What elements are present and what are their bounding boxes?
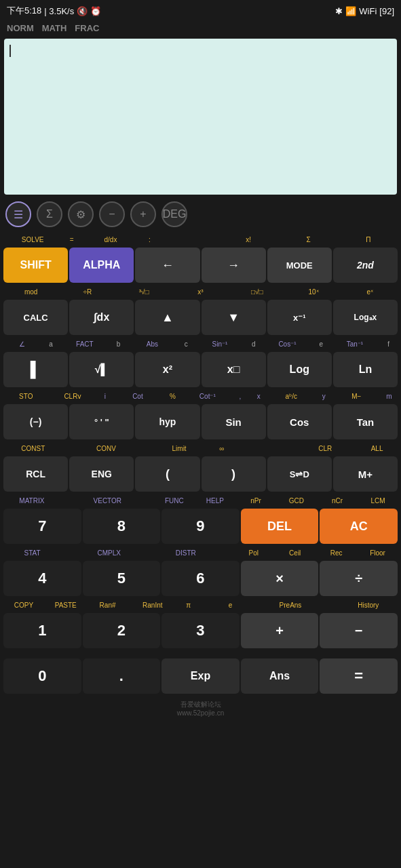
dot-button[interactable]: . bbox=[83, 658, 161, 694]
gear-button[interactable]: ⚙ bbox=[68, 201, 94, 227]
xsq-button[interactable]: x² bbox=[135, 352, 199, 387]
minus-button[interactable]: − bbox=[320, 613, 398, 648]
3-button[interactable]: 3 bbox=[161, 613, 240, 648]
label-clrall2: ALL bbox=[356, 445, 398, 452]
exp-button[interactable]: Exp bbox=[161, 658, 240, 694]
9-button[interactable]: 9 bbox=[161, 509, 240, 544]
minus-circle-button[interactable]: − bbox=[99, 201, 125, 227]
mode-frac[interactable]: FRAC bbox=[75, 23, 99, 33]
cos-button[interactable]: Cos bbox=[267, 404, 332, 439]
label-eq: = bbox=[62, 236, 81, 243]
plus-button[interactable]: + bbox=[241, 613, 319, 648]
rcl-button[interactable]: RCL bbox=[3, 456, 68, 492]
2-button[interactable]: 2 bbox=[83, 613, 161, 648]
tan-button[interactable]: Tan bbox=[333, 404, 398, 439]
xpow-button[interactable]: x□ bbox=[202, 352, 266, 387]
alpha-button[interactable]: ALPHA bbox=[69, 248, 134, 283]
ac-button[interactable]: AC bbox=[320, 509, 398, 544]
calc-area: SOLVE = d/dx : x! Σ Π SHIFT ALPHA ← → MO… bbox=[0, 231, 401, 698]
mode-button[interactable]: MODE bbox=[267, 248, 332, 283]
neg-button[interactable]: (−) bbox=[3, 404, 68, 439]
label-const: CONST bbox=[3, 445, 64, 452]
integral-button[interactable]: ∫dx bbox=[69, 300, 134, 335]
bluetooth-icon: ✱ bbox=[335, 6, 343, 16]
mode-norm[interactable]: NORM bbox=[7, 23, 34, 33]
hamburger-button[interactable]: ☰ bbox=[5, 201, 31, 227]
shift-button[interactable]: SHIFT bbox=[3, 248, 68, 283]
del-button[interactable]: DEL bbox=[241, 509, 319, 544]
label-sto: STO bbox=[3, 393, 50, 400]
right-arrow-button[interactable]: → bbox=[202, 248, 266, 283]
rparen-button[interactable]: ) bbox=[202, 456, 266, 492]
label-distr: DISTR bbox=[156, 549, 215, 557]
label-e-val: e bbox=[218, 601, 242, 609]
5-button[interactable]: 5 bbox=[83, 561, 161, 596]
ans-button[interactable]: Ans bbox=[241, 658, 319, 694]
sqrt-button[interactable]: √▌ bbox=[69, 352, 134, 387]
status-right: ✱ 📶 WiFi [92] bbox=[335, 6, 394, 16]
ln-button[interactable]: Ln bbox=[333, 352, 398, 387]
7-button[interactable]: 7 bbox=[3, 509, 81, 544]
label-row-0: SOLVE = d/dx : x! Σ Π bbox=[3, 233, 398, 246]
left-arrow-button[interactable]: ← bbox=[135, 248, 199, 283]
sin-button[interactable]: Sin bbox=[202, 404, 266, 439]
label-asin: Sin⁻¹ bbox=[195, 340, 244, 348]
toolbar: ☰ Σ ⚙ − + DEG bbox=[0, 197, 401, 231]
minus-icon: − bbox=[109, 208, 115, 220]
label-fact: FACT bbox=[60, 340, 109, 348]
calc-button[interactable]: CALC bbox=[3, 300, 68, 335]
up-button[interactable]: ▲ bbox=[135, 300, 199, 335]
label-stat: STAT bbox=[3, 549, 62, 557]
label-row-3: STO CLRv i Cot % Cot⁻¹ , x aᵇ/c y M− m bbox=[3, 389, 398, 403]
label-row-1: mod ÷R ³√□ x³ □√□ 10ˣ eˣ bbox=[3, 285, 398, 298]
xinv-button[interactable]: x⁻¹ bbox=[267, 300, 332, 335]
label-sigma: Σ bbox=[278, 236, 338, 243]
logax-button[interactable]: Logₐx bbox=[333, 300, 398, 335]
label-ncr: nCr bbox=[317, 497, 358, 505]
lparen-button[interactable]: ( bbox=[135, 456, 199, 492]
2nd-button[interactable]: 2nd bbox=[333, 248, 398, 283]
equals-button[interactable]: = bbox=[320, 658, 398, 694]
0-button[interactable]: 0 bbox=[3, 658, 81, 694]
mode-math[interactable]: MATH bbox=[42, 23, 67, 33]
deg-button[interactable]: DEG bbox=[161, 201, 187, 227]
label-ex: eˣ bbox=[342, 288, 398, 296]
label-atan: Tan⁻¹ bbox=[330, 340, 379, 348]
mplus-button[interactable]: M+ bbox=[333, 456, 398, 492]
label-ddx: d/dx bbox=[81, 236, 140, 243]
btn-row-0: 0 . Exp Ans = bbox=[3, 658, 398, 694]
mul-button[interactable]: × bbox=[241, 561, 319, 596]
div-button[interactable]: ÷ bbox=[320, 561, 398, 596]
label-b: b bbox=[109, 340, 128, 348]
label-row-4: CONST CONV Limit ∞ CLR ALL bbox=[3, 441, 398, 455]
label-m: m bbox=[380, 393, 398, 400]
label-ranint: RanInt bbox=[128, 601, 176, 609]
label-cot: Cot bbox=[115, 393, 161, 400]
down-button[interactable]: ▼ bbox=[202, 300, 266, 335]
6-button[interactable]: 6 bbox=[161, 561, 240, 596]
btn-row-123: 1 2 3 + − bbox=[3, 612, 398, 649]
label-clrall1: CLR bbox=[295, 445, 356, 452]
eng-button[interactable]: ENG bbox=[69, 456, 134, 492]
stod-button[interactable]: S⇌D bbox=[267, 456, 332, 492]
label-vector: VECTOR bbox=[78, 497, 136, 505]
sigma-button[interactable]: Σ bbox=[37, 201, 62, 227]
log-button[interactable]: Log bbox=[267, 352, 332, 387]
frac-button[interactable]: ▌ bbox=[3, 352, 68, 387]
wifi-icon: WiFi bbox=[359, 6, 377, 16]
label-pi-sym: Π bbox=[339, 236, 398, 243]
dms-button[interactable]: ° ' " bbox=[69, 404, 134, 439]
4-button[interactable]: 4 bbox=[3, 561, 81, 596]
signal-icon: 📶 bbox=[345, 6, 356, 16]
label-floor: Floor bbox=[357, 549, 398, 557]
plus-circle-button[interactable]: + bbox=[130, 201, 156, 227]
label-y: y bbox=[315, 393, 333, 400]
label-mod: mod bbox=[3, 288, 59, 296]
8-button[interactable]: 8 bbox=[83, 509, 161, 544]
hyp-button[interactable]: hyp bbox=[135, 404, 199, 439]
1-button[interactable]: 1 bbox=[3, 613, 81, 648]
label-angle: ∠ bbox=[3, 340, 41, 348]
label-npr: nPr bbox=[235, 497, 276, 505]
label-cmplx: CMPLX bbox=[79, 549, 138, 557]
label-i: i bbox=[96, 393, 114, 400]
